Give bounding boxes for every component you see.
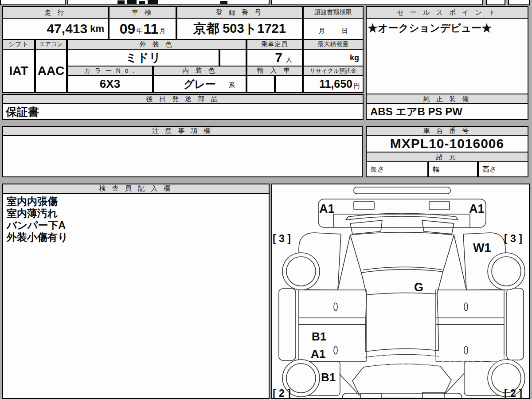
sales-point-box: ★オークションデビュー★ [366, 18, 528, 94]
spec-height-cell: 高さ [478, 161, 528, 177]
damage-mark-quarter-left: B1 [321, 371, 336, 384]
shift-header: シフト [2, 39, 35, 50]
cutoff-row-cell [67, 0, 270, 5]
damage-diagram-box: A1 A1 W1 G B1 A1 B1 [ 3 ] [ 3 ] [ 2 ] [ … [271, 184, 530, 399]
cutoff-row-cell [508, 0, 530, 5]
rear-door-left [299, 325, 366, 361]
mileage-unit: km [90, 23, 104, 35]
windshield-bottom-arc [367, 293, 437, 295]
color-no-header: カ ラ ー N o . [67, 66, 153, 76]
exterior-color-extra-cell [219, 49, 246, 66]
registration-value: 京都 503ト1721 [176, 18, 303, 40]
transfer-day-suffix: 日 [342, 27, 348, 35]
sill-left [279, 289, 296, 360]
inspection-year-suffix: 年 [136, 27, 142, 35]
cautions-box [2, 135, 363, 177]
capacity-header: 乗車定員 [246, 39, 303, 50]
inspector-notes-list: 室内内張傷 室内薄汚れ バンパー下A 外装小傷有り [3, 194, 269, 245]
auction-sheet: { "page": { "background": "#aeaeae", "pa… [0, 0, 532, 399]
spec-length-cell: 長さ [366, 161, 428, 177]
inspection-month-suffix: 月 [159, 27, 165, 35]
tire-grade-rear-left: [ 2 ] [273, 387, 291, 398]
inspector-note-line: 室内内張傷 [7, 196, 265, 207]
inspector-notes-box: 室内内張傷 室内薄汚れ バンパー下A 外装小傷有り [2, 193, 270, 399]
exterior-color-header: 外 装 色 [67, 39, 246, 50]
bumper-detail-left [354, 202, 374, 209]
aircon-value: AAC [35, 49, 67, 93]
inspector-notes-header: 検 査 員 記 入 欄 [2, 184, 270, 194]
cutoff-row-cell [0, 0, 66, 5]
genuine-equipment-header: 純 正 装 備 [366, 94, 528, 104]
inspection-month: 11 [143, 21, 158, 37]
capacity-value: 7 人 [246, 49, 303, 66]
inspector-note-line: 室内薄汚れ [7, 207, 265, 219]
damage-mark-rear-door-left-2: A1 [311, 347, 325, 360]
truncated-text-fragment [148, 0, 158, 4]
hood [350, 232, 454, 273]
quarter-diagonal-right [444, 373, 465, 395]
front-door-left [299, 290, 366, 325]
truncated-text-fragment [127, 0, 137, 4]
car-diagram: A1 A1 W1 G B1 A1 B1 [ 3 ] [ 3 ] [ 2 ] [ … [272, 184, 529, 398]
quarter-flare-left [352, 367, 364, 395]
door-handle-mark [334, 303, 337, 311]
max-load-unit: kg [350, 53, 359, 63]
capacity-number: 7 [275, 50, 282, 65]
damage-mark-front-bumper-right: A1 [469, 202, 485, 215]
inspection-year: 09 [120, 21, 136, 37]
imported-cell-2 [275, 75, 303, 93]
transfer-deadline-header: 譲渡書類期限 [303, 6, 364, 19]
interior-color-header: 内 装 色 [153, 66, 246, 76]
sill-right [507, 288, 524, 360]
imported-header: 輸 入 車 [246, 66, 303, 76]
mileage-number: 47,413 [47, 21, 87, 36]
mileage-value: 47,413 km [2, 18, 109, 40]
cutoff-row-cell [486, 0, 505, 5]
inspector-note-line: バンパー下A [7, 219, 265, 231]
tire-grade-rear-right: [ 2 ] [504, 387, 522, 398]
bumper-detail-right [429, 202, 450, 209]
shift-value: IAT [2, 49, 35, 93]
front-edge-bar [354, 187, 450, 194]
inspector-note-line: 外装小傷有り [7, 231, 265, 243]
exterior-color-value: ミドリ [67, 49, 219, 66]
truncated-text-fragment [220, 1, 227, 4]
recycle-deposit-number: 11,650 [319, 78, 352, 90]
roof-right-edge [437, 294, 438, 351]
genuine-equipment-value: ABS エアB PS PW [366, 103, 528, 120]
interior-color-suffix: 系 [229, 82, 235, 90]
specs-header: 諸 元 [366, 152, 528, 162]
damage-mark-rear-door-left-1: B1 [312, 330, 326, 343]
recycle-deposit-unit: 円 [354, 82, 360, 90]
recycle-deposit-value: 11,650 円 [303, 75, 364, 93]
inspection-header: 車 検 [109, 6, 176, 19]
capacity-unit: 人 [286, 56, 292, 64]
recycle-deposit-header: リサイクル預託金 [303, 66, 364, 76]
windshield-right-edge [437, 272, 443, 294]
door-handle-mark [334, 346, 337, 354]
cutoff-row-cell [271, 0, 483, 5]
interior-color-value: グレー 系 [153, 75, 246, 93]
quarter-flare-right [440, 366, 451, 395]
interior-color-name: グレー [184, 77, 216, 91]
max-load-header: 最大積載量 [303, 39, 364, 50]
chassis-no-value: MXPL10-1016006 [366, 135, 528, 153]
front-right-wheel [488, 253, 525, 290]
transfer-month-suffix: 月 [319, 27, 325, 35]
damage-mark-front-bumper-left: A1 [319, 202, 335, 215]
tire-grade-front-left: [ 3 ] [273, 233, 291, 244]
mileage-header: 走 行 [2, 6, 109, 19]
aircon-header: エアコン [35, 39, 67, 50]
front-door-right [436, 290, 504, 325]
sales-point-header: セ ー ル ス ポ イ ン ト [366, 6, 528, 19]
chassis-no-header: 車 台 番 号 [366, 126, 528, 136]
tire-grade-front-right: [ 3 ] [504, 233, 522, 244]
spec-width-cell: 幅 [428, 161, 478, 177]
cautions-header: 注 意 事 項 欄 [2, 126, 363, 136]
transfer-deadline-value: 月 日 [303, 18, 364, 40]
sales-point-value: ★オークションデビュー★ [367, 19, 528, 38]
damage-mark-front-fender-right: W1 [473, 241, 491, 254]
quarter-diagonal-left [339, 374, 360, 395]
inspection-value: 09 年 11 月 [109, 18, 176, 40]
truncated-text-fragment [117, 0, 125, 4]
